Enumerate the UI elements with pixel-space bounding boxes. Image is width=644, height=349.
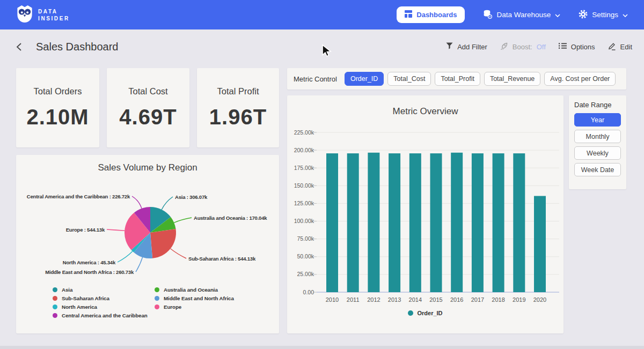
metric-chip-total-cost[interactable]: Total_Cost xyxy=(387,72,431,86)
date-range-button-week-date[interactable]: Week Date xyxy=(574,163,621,176)
legend-dot xyxy=(155,296,159,301)
boost-label: Boost: xyxy=(513,43,532,51)
legend-item-sub-saharan-africa[interactable]: Sub-Saharan Africa xyxy=(53,295,148,301)
legend-label: Middle East and North Africa xyxy=(164,295,234,301)
legend-item-asia[interactable]: Asia xyxy=(53,287,148,293)
x-axis-label: 2014 xyxy=(409,296,422,303)
pie-callout-line xyxy=(171,249,186,258)
date-range-button-year[interactable]: Year xyxy=(574,113,621,127)
metric-overview-panel: Metric Overview 225.00k200.00k175.00k150… xyxy=(287,95,564,333)
pie-callout-label: Asia : 306.07k xyxy=(175,194,208,200)
legend-dot xyxy=(408,310,413,316)
legend-dot xyxy=(155,305,159,309)
bar-chart-legend[interactable]: Order_ID xyxy=(287,310,564,316)
bar-2015[interactable] xyxy=(430,153,442,292)
y-axis-label: 225.00k xyxy=(294,129,314,136)
x-axis-label: 2015 xyxy=(429,296,442,303)
y-axis-label: 100.00k xyxy=(294,218,314,224)
y-axis-label: 50.00k xyxy=(297,253,314,259)
pie-callout-line xyxy=(118,251,133,262)
metric-chip-total-profit[interactable]: Total_Profit xyxy=(435,72,480,86)
metric-chip-avg-cost-per-order[interactable]: Avg. Cost per Order xyxy=(544,72,616,86)
bar-2013[interactable] xyxy=(389,153,400,292)
legend-item-north-america[interactable]: North America xyxy=(53,304,148,310)
bar-2018[interactable] xyxy=(493,153,504,292)
x-axis-label: 2019 xyxy=(513,296,525,303)
dashboards-button[interactable]: Dashboards xyxy=(397,6,465,23)
pie-chart-title: Sales Volume by Region xyxy=(16,162,279,173)
bar-2014[interactable] xyxy=(409,153,421,292)
bar-2020[interactable] xyxy=(534,196,546,292)
metric-chip-order-id[interactable]: Order_ID xyxy=(345,72,384,86)
nav-item-data-warehouse[interactable]: Data Warehouse xyxy=(483,10,560,20)
y-axis-label: 0.00 xyxy=(303,289,314,295)
legend-label: North America xyxy=(62,304,97,310)
legend-item-central-america-and-the-caribbean[interactable]: Central America and the Caribbean xyxy=(53,313,148,318)
x-axis-label: 2016 xyxy=(450,296,463,303)
y-axis-label: 200.00k xyxy=(294,147,314,153)
page-header: Sales Dashboard Add Filter Boost: Off xyxy=(0,29,644,64)
y-axis-label: 125.00k xyxy=(294,200,314,206)
brand-logo[interactable]: DATAINSIDER xyxy=(16,4,70,26)
date-range-panel: Date Range YearMonthlyWeeklyWeek Date xyxy=(569,95,626,189)
bar-2017[interactable] xyxy=(472,153,484,292)
legend-item-middle-east-and-north-africa[interactable]: Middle East and North Africa xyxy=(155,295,234,301)
metric-control-label: Metric Control xyxy=(294,75,337,83)
nav-item-settings[interactable]: Settings xyxy=(579,10,628,20)
pie-callout-label: Sub-Saharan Africa : 544.13k xyxy=(188,256,256,262)
x-axis-label: 2011 xyxy=(347,296,360,303)
bar-2010[interactable] xyxy=(326,153,338,292)
kpi-value: 4.69T xyxy=(119,105,177,129)
x-axis-label: 2018 xyxy=(492,296,504,303)
rocket-icon xyxy=(500,42,508,51)
bar-2019[interactable] xyxy=(513,153,525,292)
kpi-label: Total Orders xyxy=(34,86,82,96)
bar-2016[interactable] xyxy=(451,153,463,292)
x-axis-label: 2017 xyxy=(471,296,484,303)
x-axis-label: 2013 xyxy=(388,296,401,303)
date-range-button-weekly[interactable]: Weekly xyxy=(574,146,621,160)
pie-slice-sub-saharan-africa[interactable] xyxy=(150,229,176,258)
pie-callout-line xyxy=(132,196,142,209)
pie-callout-label: Europe : 544.13k xyxy=(66,227,105,233)
pie-callout-label: Central America and the Caribbean : 226.… xyxy=(27,194,130,199)
x-axis-label: 2020 xyxy=(533,296,546,303)
database-icon xyxy=(483,10,492,20)
pie-callout-line xyxy=(107,229,125,231)
edit-button[interactable]: Edit xyxy=(608,42,632,52)
kpi-value: 2.10M xyxy=(26,105,89,129)
legend-label: Asia xyxy=(62,287,72,293)
brand-text: DATAINSIDER xyxy=(38,8,70,22)
pencil-icon xyxy=(608,42,616,52)
boost-toggle[interactable]: Boost: Off xyxy=(500,42,546,51)
kpi-label: Total Profit xyxy=(217,86,259,96)
options-button[interactable]: Options xyxy=(559,42,595,51)
kpi-card-total-cost: Total Cost 4.69T xyxy=(107,68,189,147)
add-filter-button[interactable]: Add Filter xyxy=(446,42,487,51)
legend-label: Order_ID xyxy=(417,310,442,316)
pie-callout-line xyxy=(136,257,143,272)
back-button[interactable] xyxy=(16,42,22,51)
list-icon xyxy=(559,42,567,51)
metric-chip-group: Order_IDTotal_CostTotal_ProfitTotal_Reve… xyxy=(345,72,616,86)
legend-label: Sub-Saharan Africa xyxy=(62,295,109,301)
bar-2011[interactable] xyxy=(347,153,359,292)
pie-legend-column-1: AsiaSub-Saharan AfricaNorth AmericaCentr… xyxy=(53,287,148,318)
y-axis-label: 75.00k xyxy=(297,235,314,242)
sales-volume-panel: Sales Volume by Region Asia : 306.07kAus… xyxy=(16,155,279,333)
bar-2012[interactable] xyxy=(368,153,379,292)
date-range-button-group: YearMonthlyWeeklyWeek Date xyxy=(574,113,621,176)
legend-item-australia-and-oceania[interactable]: Australia and Oceania xyxy=(155,287,234,293)
owl-logo-icon xyxy=(16,4,33,26)
kpi-value: 1.96T xyxy=(209,105,267,129)
legend-item-europe[interactable]: Europe xyxy=(155,304,234,310)
gear-icon xyxy=(579,10,588,20)
metric-control-bar: Metric Control Order_IDTotal_CostTotal_P… xyxy=(287,68,626,90)
kpi-card-total-orders: Total Orders 2.10M xyxy=(16,68,99,147)
y-axis-label: 150.00k xyxy=(294,182,314,189)
metric-chip-total-revenue[interactable]: Total_Revenue xyxy=(484,72,540,86)
pie-callout-label: North America : 45.34k xyxy=(63,259,116,265)
pie-legend-column-2: Australia and OceaniaMiddle East and Nor… xyxy=(155,287,234,310)
x-axis-label: 2012 xyxy=(367,296,380,303)
date-range-button-monthly[interactable]: Monthly xyxy=(574,130,621,143)
